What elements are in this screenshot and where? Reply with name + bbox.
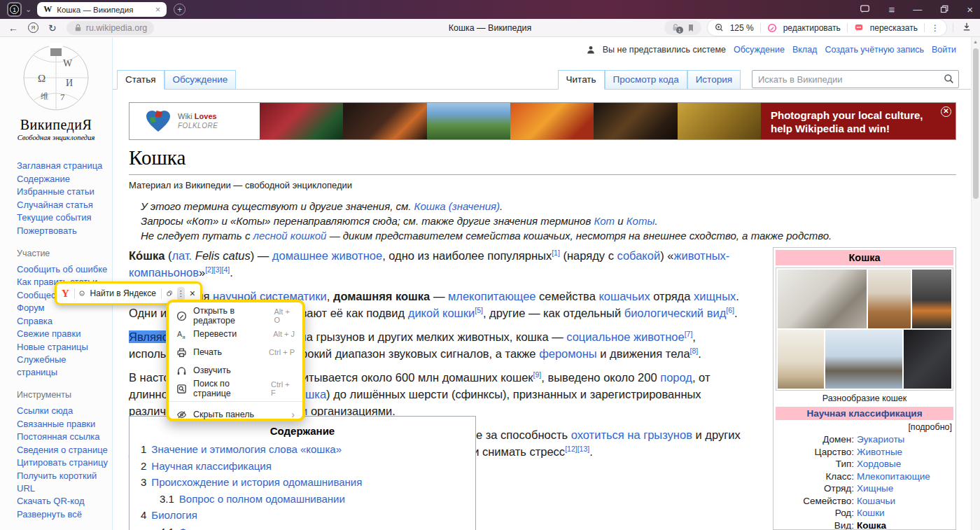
minimize-button[interactable]: — — [913, 5, 922, 14]
wiki-link[interactable]: социальное животное — [566, 330, 684, 343]
taxo-value[interactable]: Хордовые — [857, 458, 953, 470]
ref-link[interactable]: [8] — [690, 347, 699, 355]
sidebar-item[interactable]: Текущие события — [17, 211, 109, 224]
edit-icon[interactable] — [767, 23, 777, 33]
sidebar-item[interactable]: Сообщить об ошибке — [17, 263, 109, 276]
sidebar-item[interactable]: Связанные правки — [17, 418, 109, 431]
menu-item[interactable]: Поиск по страницеCtrl + F — [169, 379, 302, 398]
wiki-link[interactable]: биологический вид — [624, 307, 727, 319]
sidebar-item[interactable]: Развернуть всё — [17, 508, 109, 521]
personal-link[interactable]: Создать учётную запись — [825, 45, 924, 55]
retell-button[interactable]: пересказать — [870, 23, 918, 33]
wiki-link[interactable]: лат. — [172, 249, 192, 262]
details-link[interactable]: [подробно] — [777, 422, 952, 432]
menu-item[interactable]: Скрыть панель› — [169, 405, 302, 424]
toc-item[interactable]: 3.1Вопрос о полном одомашнивании — [141, 491, 464, 508]
taxo-value[interactable]: Млекопитающие — [857, 470, 953, 483]
tab-list-chevron-icon[interactable]: ⌄ — [25, 5, 31, 14]
sidebar-item[interactable]: Постоянная ссылка — [17, 431, 109, 443]
side-panels-icon[interactable] — [860, 4, 870, 15]
personal-link[interactable]: Обсуждение — [734, 45, 785, 55]
toc-link[interactable]: Физиология — [179, 526, 237, 530]
toc-item[interactable]: 4.1Физиология — [141, 524, 464, 530]
sidebar-item[interactable]: Сведения о странице — [17, 444, 109, 456]
wiki-loves-folklore-banner[interactable]: Wiki Loves FOLKLORE Photograph your loca… — [129, 102, 956, 140]
taxo-value[interactable]: Эукариоты — [857, 433, 953, 446]
restore-button[interactable] — [940, 5, 948, 15]
ref-link[interactable]: [2][3][4] — [205, 265, 230, 274]
personal-link[interactable]: Войти — [932, 45, 956, 55]
sidebar-item[interactable]: Цитировать страницу — [17, 456, 109, 469]
wiki-link[interactable]: лесной кошкой — [253, 230, 327, 242]
wiki-link[interactable]: охотиться на грызунов — [571, 428, 692, 441]
zoom-level[interactable]: 125 % — [730, 23, 754, 33]
ref-link[interactable]: [9] — [533, 370, 542, 379]
toc-link[interactable]: Значение и этимология слова «кошка» — [151, 443, 342, 455]
menu-item[interactable]: Озвучить — [169, 361, 302, 379]
new-tab-button[interactable]: + — [174, 4, 186, 15]
zoom-icon[interactable] — [715, 23, 724, 32]
scrollbar[interactable]: ▲ — [971, 37, 980, 530]
sidebar-item[interactable]: Получить короткий URL — [17, 470, 109, 495]
popup-more-button[interactable]: ⋮ — [177, 287, 185, 300]
wiki-link[interactable]: феромоны — [539, 347, 597, 360]
close-window-button[interactable]: × — [967, 4, 973, 15]
sidebar-item[interactable]: Заглавная страница — [17, 160, 109, 172]
ref-link[interactable]: [6] — [726, 306, 734, 314]
wiki-link[interactable]: Кот — [594, 215, 615, 227]
toc-item[interactable]: 4Биология — [141, 507, 464, 524]
banner-message[interactable]: Photograph your local culture, help Wiki… — [761, 103, 955, 139]
toc-link[interactable]: Вопрос о полном одомашнивании — [179, 493, 345, 505]
sidebar-item[interactable]: Избранные статьи — [17, 186, 109, 198]
menu-item[interactable]: AяПеревестиAlt + J — [169, 325, 302, 343]
scrollbar-thumb[interactable] — [973, 48, 979, 199]
sidebar-item[interactable]: Ссылки сюда — [17, 405, 109, 417]
search-input[interactable] — [752, 70, 959, 88]
ref-link[interactable]: [1] — [552, 249, 560, 257]
sidebar-item[interactable]: Скачать QR-код — [17, 495, 109, 508]
wiki-link[interactable]: пород — [660, 371, 692, 384]
sidebar-item[interactable]: Случайная статья — [17, 199, 109, 211]
yandex-services-icon[interactable]: Я — [28, 22, 38, 33]
ref-link[interactable]: [7] — [685, 330, 693, 338]
toc-link[interactable]: Научная классификация — [151, 460, 272, 472]
taxo-value[interactable]: Хищные — [857, 482, 953, 495]
wiki-link[interactable]: дикой кошки — [408, 307, 475, 319]
wikipedia-logo[interactable]: Ω W И 7 维 ВикипедиЯ Свободная энциклопед… — [0, 37, 112, 141]
menu-item[interactable]: ПечатьCtrl + P — [169, 343, 302, 361]
wiki-link[interactable]: млекопитающее — [448, 290, 536, 302]
back-button[interactable]: ← — [8, 23, 18, 33]
reload-button[interactable]: ↻ — [48, 23, 57, 33]
page-tab[interactable]: Статья — [117, 70, 164, 90]
toc-item[interactable]: 1Значение и этимология слова «кошка» — [141, 441, 464, 458]
toc-item[interactable]: 2Научная классификация — [141, 458, 464, 475]
sidebar-item[interactable]: Свежие правки — [17, 328, 109, 340]
toc-link[interactable]: Происхождение и история одомашнивания — [151, 476, 362, 488]
scrollbar-up-icon[interactable]: ▲ — [973, 39, 978, 44]
edit-button[interactable]: редактировать — [783, 23, 841, 33]
tab-close-icon[interactable]: × — [155, 5, 161, 14]
wiki-link[interactable]: кошачьих — [598, 290, 650, 302]
sidebar-item[interactable]: Служебные страницы — [17, 354, 109, 379]
menu-hamburger-icon[interactable]: ≡ — [888, 4, 895, 15]
tab-group-button[interactable]: 1 — [7, 2, 22, 17]
retell-icon[interactable] — [854, 23, 864, 32]
sidebar-item[interactable]: Содержание — [17, 173, 109, 186]
taxo-value[interactable]: Животные — [857, 446, 953, 459]
copy-icon[interactable] — [167, 288, 172, 298]
find-in-yandex-button[interactable]: Найти в Яндексе — [90, 288, 156, 298]
wiki-link[interactable]: домашнее животное — [272, 249, 382, 262]
view-tab[interactable]: История — [687, 70, 741, 90]
page-tab[interactable]: Обсуждение — [164, 70, 237, 90]
wiki-link[interactable]: собакой — [617, 249, 660, 262]
toc-item[interactable]: 3Происхождение и история одомашнивания — [141, 474, 464, 491]
more-actions-icon[interactable]: ⋮ — [931, 23, 939, 33]
ref-link[interactable]: [12][13] — [565, 445, 589, 453]
menu-item[interactable]: Открыть в редактореAlt + O — [169, 307, 302, 325]
taxo-value[interactable]: Кошачьи — [857, 495, 953, 508]
popup-close-icon[interactable]: × — [190, 288, 195, 298]
personal-link[interactable]: Вклад — [792, 45, 818, 55]
browser-tab[interactable]: W Кошка — Википедия × — [37, 2, 167, 17]
protect-icon[interactable]: 1 — [671, 23, 680, 32]
taxo-value[interactable]: Кошки — [857, 507, 953, 519]
